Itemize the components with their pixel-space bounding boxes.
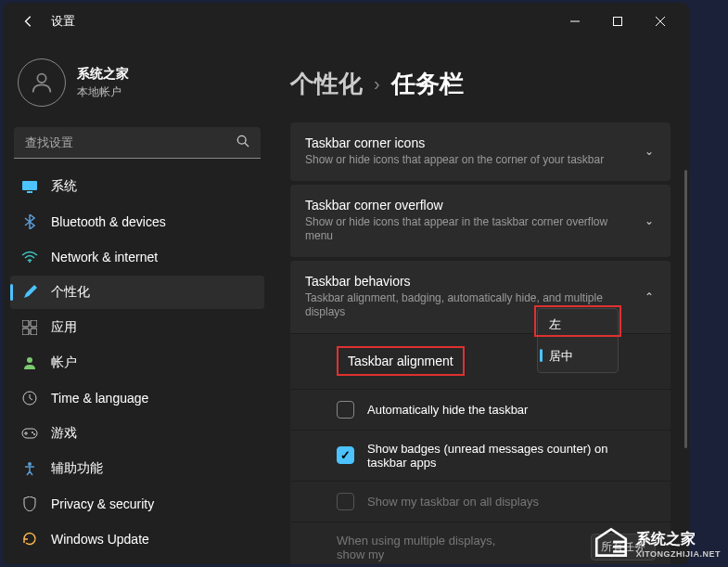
svg-point-16	[33, 433, 35, 435]
avatar	[18, 58, 66, 107]
sidebar-item-brush[interactable]: 个性化	[10, 276, 264, 309]
sidebar-item-shield[interactable]: Privacy & security	[10, 487, 264, 521]
breadcrumb: 个性化 › 任务栏	[290, 68, 671, 100]
main-content: 个性化 › 任务栏 Taskbar corner icons Show or h…	[272, 40, 689, 564]
svg-point-3	[237, 135, 246, 144]
panel-corner-icons[interactable]: Taskbar corner icons Show or hide icons …	[290, 122, 671, 181]
svg-rect-10	[22, 329, 29, 335]
alignment-option-left[interactable]: 左	[538, 309, 618, 341]
watermark-logo	[592, 526, 631, 561]
setting-badges[interactable]: Show badges (unread messages counter) on…	[290, 430, 671, 481]
checkbox-badges[interactable]	[337, 446, 354, 464]
sidebar-item-access[interactable]: 辅助功能	[10, 452, 264, 485]
minimize-button[interactable]	[554, 3, 596, 40]
system-icon	[21, 178, 38, 195]
chevron-down-icon: ⌄	[645, 145, 654, 158]
maximize-button[interactable]	[596, 3, 639, 40]
svg-point-17	[28, 462, 32, 466]
scrollbar[interactable]	[684, 170, 687, 448]
search-icon	[236, 135, 249, 150]
watermark: 系统之家 XITONGZHIJIA.NET	[592, 526, 721, 561]
window-title: 设置	[51, 13, 75, 30]
breadcrumb-current: 任务栏	[391, 68, 464, 100]
titlebar: 设置	[3, 3, 689, 40]
sidebar-item-label: Privacy & security	[51, 496, 154, 511]
sidebar-item-clock[interactable]: Time & language	[10, 381, 264, 415]
setting-taskbar-alignment: Taskbar alignment 左 居中	[290, 333, 671, 389]
sidebar-item-label: 帐户	[51, 354, 77, 371]
svg-point-15	[32, 432, 33, 433]
apps-icon	[21, 319, 38, 336]
person-icon	[21, 354, 38, 371]
shield-icon	[21, 496, 38, 512]
checkbox-auto-hide[interactable]	[337, 401, 354, 419]
sidebar-item-label: 系统	[51, 178, 77, 195]
sidebar-item-label: Time & language	[51, 391, 148, 406]
clock-icon	[21, 390, 38, 406]
svg-line-4	[245, 143, 249, 147]
sidebar-item-update[interactable]: Windows Update	[10, 522, 264, 556]
sidebar-item-label: 游戏	[51, 425, 77, 442]
bluetooth-icon	[21, 213, 38, 230]
sidebar-item-system[interactable]: 系统	[10, 170, 264, 203]
sidebar-item-game[interactable]: 游戏	[10, 417, 264, 450]
access-icon	[21, 460, 38, 477]
svg-rect-6	[27, 191, 32, 193]
svg-rect-9	[31, 320, 37, 327]
profile-account: 本地帐户	[77, 84, 129, 100]
sidebar-item-person[interactable]: 帐户	[10, 346, 264, 380]
sidebar: 系统之家 本地帐户 系统Bluetooth & devicesNetwork &…	[3, 40, 272, 564]
search-input[interactable]	[25, 135, 236, 149]
sidebar-item-apps[interactable]: 应用	[10, 311, 264, 344]
svg-rect-11	[31, 329, 37, 335]
sidebar-item-label: 个性化	[51, 284, 90, 301]
sidebar-item-label: Bluetooth & devices	[51, 214, 166, 229]
alignment-option-center[interactable]: 居中	[538, 341, 618, 372]
alignment-label: Taskbar alignment	[337, 346, 465, 376]
chevron-up-icon: ⌃	[645, 290, 654, 303]
sidebar-item-label: Windows Update	[51, 532, 149, 547]
sidebar-item-label: Network & internet	[51, 250, 158, 264]
close-button[interactable]	[639, 3, 682, 40]
chevron-down-icon: ⌄	[645, 214, 654, 227]
checkbox-all-displays	[337, 493, 354, 510]
svg-point-2	[37, 74, 45, 83]
sidebar-item-bluetooth[interactable]: Bluetooth & devices	[10, 205, 264, 238]
profile-name: 系统之家	[77, 66, 129, 83]
setting-all-displays: Show my taskbar on all displays	[290, 481, 671, 522]
brush-icon	[21, 284, 38, 301]
game-icon	[21, 425, 38, 442]
sidebar-item-label: 辅助功能	[51, 460, 103, 477]
sidebar-item-wifi[interactable]: Network & internet	[10, 240, 264, 274]
wifi-icon	[21, 249, 38, 265]
update-icon	[21, 531, 38, 548]
svg-rect-1	[614, 18, 622, 26]
panel-corner-overflow[interactable]: Taskbar corner overflow Show or hide ico…	[290, 185, 671, 257]
svg-rect-5	[22, 181, 37, 190]
profile[interactable]: 系统之家 本地帐户	[10, 51, 264, 122]
svg-rect-8	[22, 320, 29, 327]
svg-point-12	[27, 357, 32, 363]
sidebar-item-label: 应用	[51, 319, 77, 336]
svg-point-7	[29, 261, 31, 263]
back-button[interactable]	[10, 3, 47, 40]
breadcrumb-parent[interactable]: 个性化	[290, 68, 363, 100]
alignment-dropdown[interactable]: 左 居中	[537, 308, 619, 373]
search-box[interactable]	[14, 127, 261, 159]
setting-auto-hide[interactable]: Automatically hide the taskbar	[290, 389, 671, 430]
chevron-right-icon: ›	[374, 73, 380, 95]
